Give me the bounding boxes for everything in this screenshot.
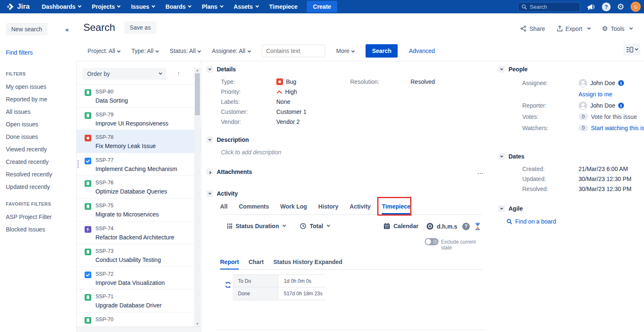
- activity-tab-all[interactable]: All: [220, 203, 228, 214]
- scroll-down-icon[interactable]: [194, 322, 200, 327]
- nav-item-issues[interactable]: Issues: [125, 0, 160, 13]
- collapse-sidebar-icon[interactable]: «: [65, 26, 70, 33]
- refresh-icon[interactable]: [224, 281, 232, 290]
- contains-text-input[interactable]: [262, 45, 325, 57]
- nav-item-dashboards[interactable]: Dashboards: [36, 0, 86, 13]
- new-search-button[interactable]: New search: [6, 23, 48, 35]
- view-selector-dropdown[interactable]: Status Duration: [227, 223, 286, 229]
- order-by-dropdown[interactable]: Order by: [83, 68, 166, 80]
- expand-chevron-icon[interactable]: [206, 169, 213, 175]
- activity-tab-comments[interactable]: Comments: [239, 203, 269, 214]
- issue-row-ssp-71[interactable]: SSP-71Upgrade Database Driver: [77, 289, 201, 312]
- issue-row-ssp-77[interactable]: SSP-77Implement Caching Mechanism: [77, 153, 201, 176]
- export-button[interactable]: Export: [557, 25, 590, 32]
- sidebar-filter-viewed-recently[interactable]: Viewed recently: [6, 146, 70, 153]
- collapse-chevron-icon[interactable]: [206, 136, 213, 143]
- issue-row-ssp-80[interactable]: SSP-80Data Sorting: [77, 85, 201, 108]
- sidebar-filter-open-issues[interactable]: Open issues: [6, 121, 70, 128]
- info-icon[interactable]: [618, 80, 624, 86]
- collapse-chevron-icon[interactable]: [206, 190, 213, 197]
- nav-item-assets[interactable]: Assets: [228, 0, 264, 13]
- agile-section-header: Agile: [498, 205, 644, 212]
- type-filter-dropdown[interactable]: Type: All: [131, 48, 158, 54]
- activity-tab-work-log[interactable]: Work Log: [280, 203, 307, 214]
- sort-direction-button[interactable]: [177, 70, 180, 78]
- timepiece-tab-status-history-expanded[interactable]: Status History Expanded: [273, 259, 343, 269]
- issue-key: SSP-72: [95, 271, 165, 277]
- issue-row-ssp-74[interactable]: SSP-74Refactor Backend Architecture: [77, 221, 201, 244]
- timepiece-tab-chart[interactable]: Chart: [248, 259, 264, 269]
- exclude-current-state-toggle[interactable]: [425, 238, 439, 245]
- issue-row-ssp-76[interactable]: SSP-76Optimize Database Queries: [77, 176, 201, 199]
- description-placeholder[interactable]: Click to add description: [221, 149, 486, 156]
- nav-item-timepiece[interactable]: Timepiece: [264, 0, 303, 13]
- sidebar-filter-created-recently[interactable]: Created recently: [6, 158, 70, 165]
- issue-text: SSP-78Fix Memory Leak Issue: [95, 134, 156, 153]
- sidebar-favorite-blocked-issues[interactable]: Blocked Issues: [6, 226, 70, 233]
- sidebar-filter-updated-recently[interactable]: Updated recently: [6, 184, 70, 190]
- calendar-button[interactable]: Calendar: [383, 223, 418, 229]
- user-avatar[interactable]: [631, 2, 641, 12]
- layout-switcher-button[interactable]: [624, 43, 640, 55]
- timepiece-tab-report[interactable]: Report: [220, 259, 239, 269]
- labels-label: Labels:: [221, 98, 276, 105]
- list-scrollbar[interactable]: [194, 68, 200, 327]
- find-filters-link[interactable]: Find filters: [6, 49, 70, 56]
- announcements-icon[interactable]: [586, 3, 596, 10]
- more-filter-dropdown[interactable]: More: [336, 48, 355, 54]
- navbar-search-input[interactable]: Search: [518, 2, 580, 12]
- create-button[interactable]: Create: [307, 1, 338, 13]
- collapse-chevron-icon[interactable]: [498, 66, 505, 73]
- issue-text: SSP-79Improve UI Responsiveness: [95, 112, 168, 130]
- nav-item-boards[interactable]: Boards: [160, 0, 196, 13]
- sidebar-favorite-asp-project-filter[interactable]: ASP Project Filter: [6, 214, 70, 220]
- advanced-link[interactable]: Advanced: [409, 48, 435, 54]
- collapse-chevron-icon[interactable]: [498, 205, 505, 212]
- activity-tab-activity[interactable]: Activity: [350, 203, 371, 214]
- issue-row-ssp-78[interactable]: SSP-78Fix Memory Leak Issue: [77, 130, 201, 153]
- issue-key: SSP-73: [95, 248, 161, 254]
- sidebar-filter-resolved-recently[interactable]: Resolved recently: [6, 171, 70, 178]
- metric-selector-dropdown[interactable]: Total: [300, 223, 330, 229]
- layout-icon: [626, 47, 633, 53]
- hourglass-icon[interactable]: [475, 223, 481, 230]
- search-button[interactable]: Search: [366, 44, 398, 58]
- time-format-button[interactable]: d.h.m.s: [426, 223, 457, 230]
- issue-row-ssp-73[interactable]: SSP-73Conduct Usability Testing: [77, 244, 201, 267]
- issue-row-ssp-79[interactable]: SSP-79Improve UI Responsiveness: [77, 108, 201, 131]
- issue-text: SSP-71Upgrade Database Driver: [95, 294, 162, 312]
- sidebar-filter-all-issues[interactable]: All issues: [6, 108, 70, 115]
- issue-summary: Improve Data Visualization: [95, 279, 165, 286]
- collapse-chevron-icon[interactable]: [498, 153, 505, 160]
- issue-row-ssp-72[interactable]: SSP-72Improve Data Visualization: [77, 267, 201, 290]
- issue-row-ssp-75[interactable]: SSP-75Migrate to Microservices: [77, 199, 201, 221]
- project-filter-dropdown[interactable]: Project: All: [88, 48, 120, 54]
- sidebar-filter-reported-by-me[interactable]: Reported by me: [6, 96, 70, 103]
- tools-button[interactable]: Tools: [602, 25, 632, 33]
- sidebar-filter-done-issues[interactable]: Done issues: [6, 133, 70, 140]
- collapse-chevron-icon[interactable]: [206, 66, 213, 73]
- info-icon[interactable]: [618, 103, 624, 108]
- start-watching-link[interactable]: Start watching this issue: [591, 125, 644, 131]
- scrollbar-thumb[interactable]: [195, 73, 200, 115]
- nav-item-plans[interactable]: Plans: [196, 0, 228, 13]
- assign-to-me-link[interactable]: Assign to me: [579, 91, 612, 98]
- share-button[interactable]: Share: [520, 25, 545, 32]
- save-as-button[interactable]: Save as: [124, 21, 156, 34]
- search-icon: [521, 4, 527, 10]
- assignee-filter-dropdown[interactable]: Assignee: All: [212, 48, 250, 54]
- help-icon[interactable]: [602, 3, 611, 11]
- attachments-more-icon[interactable]: ...: [477, 169, 484, 175]
- jira-logo[interactable]: Jira: [4, 3, 36, 11]
- timepiece-help-icon[interactable]: [462, 223, 470, 230]
- nav-item-projects[interactable]: Projects: [86, 0, 125, 13]
- sidebar-filter-my-open-issues[interactable]: My open issues: [6, 83, 70, 90]
- find-on-board-link[interactable]: Find on a board: [506, 218, 644, 225]
- dates-section-header: Dates: [498, 153, 644, 160]
- status-filter-dropdown[interactable]: Status: All: [170, 48, 200, 54]
- gear-icon[interactable]: [617, 3, 624, 11]
- activity-tab-history[interactable]: History: [318, 203, 338, 214]
- scroll-up-icon[interactable]: [194, 68, 200, 73]
- activity-tab-timepiece[interactable]: Timepiece: [382, 203, 410, 214]
- panel-resize-handle[interactable]: [78, 160, 79, 161]
